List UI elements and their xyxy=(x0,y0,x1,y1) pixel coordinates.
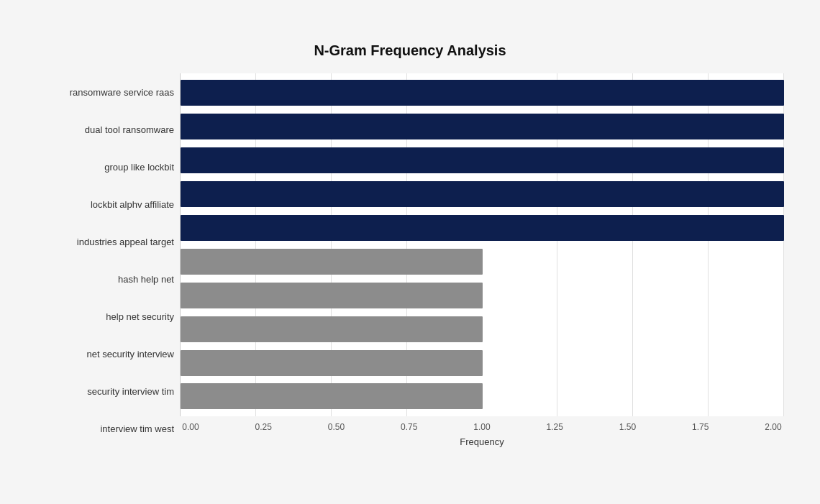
y-label: help net security xyxy=(106,298,174,335)
bar xyxy=(181,350,483,376)
bar xyxy=(181,249,483,275)
bar xyxy=(181,114,784,139)
bar xyxy=(181,147,784,173)
x-tick-label: 1.50 xyxy=(617,422,639,432)
x-tick-label: 0.00 xyxy=(180,422,201,432)
x-tick-label: 1.00 xyxy=(471,422,493,432)
bar-row xyxy=(181,313,784,346)
bar xyxy=(181,215,784,241)
y-label: net security interview xyxy=(87,335,174,372)
bar-row xyxy=(181,380,784,413)
y-label: hash help net xyxy=(118,260,174,298)
x-axis-title: Frequency xyxy=(180,436,784,447)
x-tick-label: 0.25 xyxy=(252,422,274,432)
bar-row xyxy=(181,347,784,380)
y-label: group like lockbit xyxy=(104,148,174,185)
bar xyxy=(181,316,483,342)
y-label: industries appeal target xyxy=(77,223,174,260)
x-tick-label: 0.75 xyxy=(398,422,420,432)
x-tick-label: 0.50 xyxy=(326,422,347,432)
bar xyxy=(181,283,483,308)
x-tick-label: 1.25 xyxy=(544,422,565,432)
y-label: dual tool ransomware xyxy=(85,111,174,148)
x-axis: 0.000.250.500.751.001.251.501.752.00 Fre… xyxy=(180,419,784,447)
y-label: security interview tim xyxy=(87,372,174,410)
bars-area xyxy=(180,73,784,416)
bar-row xyxy=(181,144,784,177)
bar xyxy=(181,181,784,207)
bar-row xyxy=(181,110,784,143)
y-axis-labels: ransomware service raasdual tool ransomw… xyxy=(36,73,180,447)
chart-title: N-Gram Frequency Analysis xyxy=(36,42,784,59)
bar-row xyxy=(181,76,784,109)
bar-row xyxy=(181,178,784,211)
bar-row xyxy=(181,211,784,244)
x-tick-label: 1.75 xyxy=(690,422,711,432)
x-tick-labels: 0.000.250.500.751.001.251.501.752.00 xyxy=(180,419,784,434)
bar xyxy=(181,383,483,409)
chart-area: ransomware service raasdual tool ransomw… xyxy=(36,73,784,447)
bar-row xyxy=(181,245,784,278)
chart-container: N-Gram Frequency Analysis ransomware ser… xyxy=(14,28,806,476)
y-label: interview tim west xyxy=(100,410,174,447)
x-tick-label: 2.00 xyxy=(762,422,784,432)
bars-and-xaxis: 0.000.250.500.751.001.251.501.752.00 Fre… xyxy=(180,73,784,447)
y-label: ransomware service raas xyxy=(70,73,174,111)
bar xyxy=(181,80,784,106)
bar-row xyxy=(181,279,784,312)
y-label: lockbit alphv affiliate xyxy=(91,185,174,223)
